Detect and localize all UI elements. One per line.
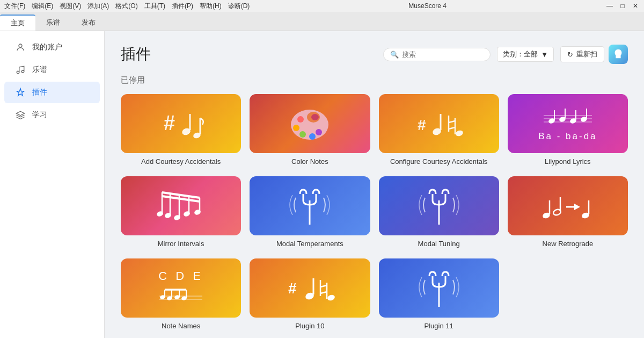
svg-point-79 <box>327 294 336 301</box>
svg-point-10 <box>297 116 304 123</box>
menu-help[interactable]: 帮助(H) <box>200 2 222 11</box>
main-layout: 我的账户 乐谱 插件 <box>0 31 644 338</box>
plugin-card-lilypond[interactable]: Ba - ba-da Lilypond Lyrics <box>508 94 628 166</box>
scores-icon <box>15 64 26 75</box>
menu-bar: 文件(F) 编辑(E) 视图(V) 添加(A) 格式(O) 工具(T) 插件(P… <box>4 2 250 11</box>
refresh-icon: ↻ <box>567 51 573 59</box>
maximize-button[interactable]: □ <box>618 2 627 10</box>
plugin-grid-row3: C D E <box>121 258 628 330</box>
sidebar-item-account-label: 我的账户 <box>32 42 62 52</box>
search-input[interactable] <box>402 51 484 59</box>
svg-point-0 <box>19 44 22 47</box>
sidebar-item-scores[interactable]: 乐谱 <box>4 59 100 81</box>
sidebar-item-learn-label: 学习 <box>32 110 47 120</box>
menu-debug[interactable]: 诊断(D) <box>228 2 250 11</box>
plugin-name-10: Plugin 10 <box>295 322 324 330</box>
category-filter[interactable]: 类别：全部 ▼ <box>497 47 554 62</box>
plugin-name-mirror: Mirror Intervals <box>158 240 204 248</box>
plugin-name-lilypond: Lilypond Lyrics <box>545 157 591 166</box>
sidebar-item-learn[interactable]: 学习 <box>4 104 100 126</box>
learn-icon <box>15 110 26 120</box>
plugins-icon <box>15 87 26 98</box>
header-right: 🔍 类别：全部 ▼ ↻ 重新扫 <box>383 45 628 64</box>
plugin-name-note-names: Note Names <box>162 322 200 330</box>
menu-format[interactable]: 格式(O) <box>115 2 137 11</box>
svg-line-77 <box>320 285 327 287</box>
svg-point-15 <box>311 114 319 120</box>
menu-file[interactable]: 文件(F) <box>4 2 25 11</box>
svg-point-2 <box>21 70 24 73</box>
svg-line-21 <box>449 121 455 123</box>
svg-marker-58 <box>574 204 580 210</box>
plugin-thumb-11 <box>379 258 499 318</box>
plugin-card-modal-tuning[interactable]: Modal Tuning <box>379 176 499 248</box>
plugin-thumb-color-notes <box>250 94 370 153</box>
plugin-thumb-lilypond: Ba - ba-da <box>508 94 628 153</box>
plugin-card-10[interactable]: # Plugin 10 <box>250 258 370 330</box>
search-icon: 🔍 <box>390 51 399 59</box>
window-controls: — □ ✕ <box>605 2 640 10</box>
plugin-thumb-note-names: C D E <box>121 258 241 318</box>
plugin-name-configure-courtesy: Configure Courtesy Accidentals <box>390 157 487 166</box>
tab-publish[interactable]: 发布 <box>71 15 106 31</box>
section-disabled-label: 已停用 <box>121 75 628 85</box>
refresh-button[interactable]: ↻ 重新扫 <box>560 46 604 62</box>
category-filter-label: 类别：全部 <box>503 49 538 59</box>
plugin-card-retrograde[interactable]: New Retrograde <box>508 176 628 248</box>
plugin-grid-row2: Mirror Intervals <box>121 176 628 248</box>
plugin-thumb-mirror <box>121 176 241 235</box>
plugin-name-11: Plugin 11 <box>425 322 453 330</box>
plugin-name-add-courtesy: Add Courtesy Accidentals <box>141 157 221 166</box>
sidebar-item-account[interactable]: 我的账户 <box>4 37 100 58</box>
plugin-card-configure-courtesy[interactable]: # Configure Courtesy Accidentals <box>379 94 499 166</box>
plugin-name-modal-temp: Modal Temperaments <box>276 240 343 248</box>
svg-text:#: # <box>288 280 297 297</box>
app-title: MuseScore 4 <box>408 2 447 10</box>
plugin-card-add-courtesy[interactable]: # Add Courtesy Accidentals <box>121 94 241 166</box>
plugin-card-modal-temp[interactable]: Modal Temperaments <box>250 176 370 248</box>
search-box: 🔍 <box>383 48 491 61</box>
svg-point-1 <box>17 71 19 74</box>
tab-scores[interactable]: 乐谱 <box>35 15 71 31</box>
plugin-thumb-modal-temp <box>250 176 370 235</box>
content-header: 插件 🔍 类别：全部 ▼ ↻ 重新扫 <box>121 44 628 64</box>
svg-text:#: # <box>418 117 426 133</box>
plugin-thumb-modal-tuning <box>379 176 499 235</box>
sidebar: 我的账户 乐谱 插件 <box>0 31 105 338</box>
sidebar-item-plugins[interactable]: 插件 <box>4 82 100 103</box>
plugin-thumb-retrograde <box>508 176 628 235</box>
svg-point-13 <box>309 133 316 140</box>
plugin-thumb-add-courtesy: # <box>121 94 241 153</box>
plugin-name-modal-tuning: Modal Tuning <box>418 240 460 248</box>
musescore-logo <box>609 45 628 64</box>
menu-edit[interactable]: 编辑(E) <box>32 2 53 11</box>
plugin-grid-row1: # Add Courtesy Accidentals <box>121 94 628 166</box>
minimize-button[interactable]: — <box>605 2 614 10</box>
account-icon <box>15 42 26 53</box>
plugin-card-11[interactable]: Plugin 11 <box>379 258 499 330</box>
svg-point-14 <box>316 129 322 135</box>
plugin-card-note-names[interactable]: C D E <box>121 258 241 330</box>
menu-tools[interactable]: 工具(T) <box>144 2 165 11</box>
svg-point-23 <box>455 130 464 137</box>
close-button[interactable]: ✕ <box>631 2 640 10</box>
tab-bar: 主页 乐谱 发布 <box>0 12 644 31</box>
plugin-name-retrograde: New Retrograde <box>543 240 594 248</box>
menu-add[interactable]: 添加(A) <box>87 2 109 11</box>
titlebar: 文件(F) 编辑(E) 视图(V) 添加(A) 格式(O) 工具(T) 插件(P… <box>0 0 644 12</box>
page-title: 插件 <box>121 44 151 64</box>
plugin-card-color-notes[interactable]: Color Notes <box>250 94 370 166</box>
menu-plugins[interactable]: 插件(P) <box>172 2 193 11</box>
refresh-label: 重新扫 <box>576 49 597 59</box>
sidebar-item-plugins-label: 插件 <box>32 88 47 97</box>
svg-point-11 <box>293 125 299 131</box>
chevron-down-icon: ▼ <box>541 51 548 59</box>
content-area: 插件 🔍 类别：全部 ▼ ↻ 重新扫 <box>105 31 644 338</box>
svg-line-22 <box>449 127 455 129</box>
plugin-thumb-10: # <box>250 258 370 318</box>
svg-text:#: # <box>164 112 175 134</box>
tab-home[interactable]: 主页 <box>0 15 35 31</box>
plugin-card-mirror[interactable]: Mirror Intervals <box>121 176 241 248</box>
svg-line-78 <box>320 292 327 293</box>
menu-view[interactable]: 视图(V) <box>60 2 81 11</box>
